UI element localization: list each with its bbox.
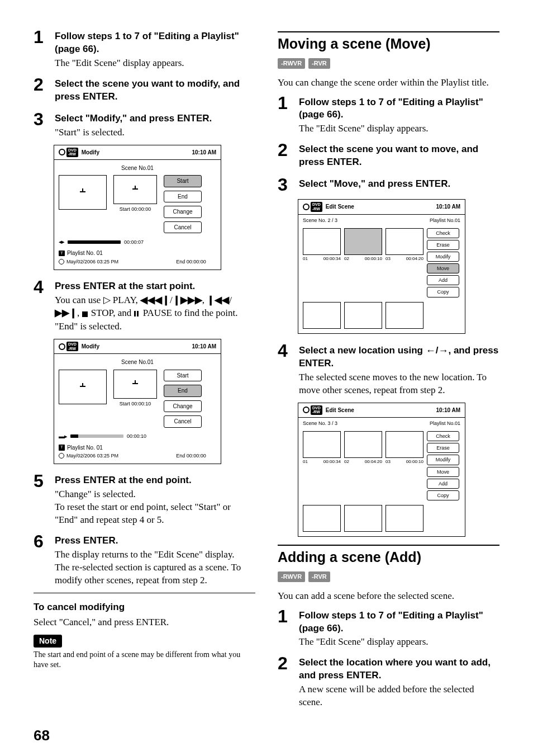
move-button[interactable]: Move <box>427 263 459 273</box>
scene-thumb-empty[interactable] <box>344 505 382 532</box>
end-caption: End 00:00:00 <box>176 452 206 459</box>
modify-button[interactable]: Modify <box>427 252 459 262</box>
disc-icon: DVD-RW <box>303 202 322 211</box>
check-button[interactable]: Check <box>427 228 459 238</box>
step-number: 4 <box>34 278 48 333</box>
add-button[interactable]: Add <box>427 479 459 489</box>
clock-icon <box>59 259 64 264</box>
end-button[interactable]: End <box>164 385 202 397</box>
end-button[interactable]: End <box>164 191 202 203</box>
scene-thumb[interactable] <box>386 228 423 255</box>
check-button[interactable]: Check <box>427 431 459 441</box>
panel-title: Modify <box>82 343 99 351</box>
cancel-heading: To cancel modifying <box>34 601 255 614</box>
page-number: 68 <box>34 726 499 745</box>
scene-thumb-empty[interactable] <box>303 302 341 329</box>
step-number: 3 <box>34 110 48 139</box>
playlist-label: Playlist No.01 <box>430 420 460 427</box>
add-button[interactable]: Add <box>427 275 459 285</box>
erase-button[interactable]: Erase <box>427 443 459 453</box>
move-step-3: 3 Select "Move," and press ENTER. <box>278 176 499 193</box>
scene-label: Scene No.01 <box>59 358 216 366</box>
modify-panel-b: DVD-RW Modify 10:10 AM Scene No.01 Start… <box>54 339 221 464</box>
edit-scene-panel-d: DVD-RW Edit Scene 10:10 AM Scene No. 3 /… <box>298 403 465 537</box>
scene-thumb-empty[interactable] <box>386 505 423 532</box>
edit-scene-panel-c: DVD-RW Edit Scene 10:10 AM Scene No. 2 /… <box>298 199 465 333</box>
scene-thumb-empty[interactable] <box>386 302 423 329</box>
change-button[interactable]: Change <box>164 206 202 218</box>
scene-thumb[interactable] <box>344 431 382 458</box>
cancel-button[interactable]: Cancel <box>164 221 202 234</box>
disc-badge: -RVR <box>308 571 330 582</box>
playlist-name: Playlist No. 01 <box>67 249 103 257</box>
scene-count: Scene No. 2 / 3 <box>303 217 337 224</box>
copy-button[interactable]: Copy <box>427 490 459 500</box>
disc-icon: DVD-RW <box>59 148 78 157</box>
title-chip: T <box>59 445 65 451</box>
playlist-name: Playlist No. 01 <box>67 444 103 452</box>
playlist-label: Playlist No.01 <box>430 217 460 224</box>
pause-icon <box>134 308 139 320</box>
step-desc: "Change" is selected. To reset the start… <box>55 488 255 527</box>
slider-icon: ▬▸ <box>59 432 67 441</box>
start-button[interactable]: Start <box>164 175 202 187</box>
start-button[interactable]: Start <box>164 370 202 382</box>
change-button[interactable]: Change <box>164 400 202 413</box>
scene-thumb[interactable] <box>303 431 341 458</box>
end-caption: End 00:00:00 <box>176 258 206 265</box>
playlist-date: May/02/2006 03:25 PM <box>66 258 118 265</box>
disc-badge: -RWVR <box>278 58 305 69</box>
step-6: 6 Press ENTER. The display returns to th… <box>34 532 255 587</box>
panel-title: Edit Scene <box>326 203 354 211</box>
panel-time: 10:10 AM <box>436 203 460 211</box>
stop-icon <box>82 311 88 317</box>
panel-title: Modify <box>82 149 99 157</box>
left-column: 1 Follow steps 1 to 7 of "Editing a Play… <box>34 28 255 715</box>
erase-button[interactable]: Erase <box>427 240 459 250</box>
step-5: 5 Press ENTER at the end point. "Change"… <box>34 472 255 527</box>
slider-time: 00:00:07 <box>124 239 144 245</box>
panel-time: 10:10 AM <box>192 343 216 351</box>
section-rule <box>278 545 499 546</box>
scene-thumb-empty[interactable] <box>344 302 382 329</box>
move-button[interactable]: Move <box>427 467 459 477</box>
disc-badge: -RVR <box>308 58 330 69</box>
modify-panel-a: DVD-RW Modify 10:10 AM Scene No.01 Start… <box>54 145 221 270</box>
right-arrow-icon: → <box>438 345 448 356</box>
scene-thumb-empty[interactable] <box>303 505 341 532</box>
step-title: Press ENTER at the start point. <box>55 280 255 293</box>
cancel-button[interactable]: Cancel <box>164 415 202 428</box>
prev-icon: ❙◀◀ <box>207 295 229 305</box>
disc-badge: -RWVR <box>278 571 305 582</box>
scene-thumb-selected[interactable] <box>344 228 382 255</box>
panel-time: 10:10 AM <box>436 407 460 414</box>
rev-scan-icon: ◀◀◀❙ <box>140 295 170 305</box>
note-label: Note <box>34 635 62 648</box>
step-desc-2: "End" is selected. <box>55 320 255 333</box>
cancel-desc: Select "Cancel," and press ENTER. <box>34 616 255 629</box>
step-title: Select "Modify," and press ENTER. <box>55 112 255 125</box>
step-number: 2 <box>34 75 48 105</box>
modify-button[interactable]: Modify <box>427 455 459 465</box>
scene-thumb[interactable] <box>386 431 423 458</box>
copy-button[interactable]: Copy <box>427 287 459 297</box>
move-step-4: 4 Select a new location using ←/→, and p… <box>278 342 499 397</box>
step-title: Press ENTER. <box>55 535 255 547</box>
playlist-date: May/02/2006 03:25 PM <box>66 452 118 459</box>
section-rule <box>278 31 499 32</box>
step-desc: You can use ▷ PLAY, ◀◀◀❙/❙▶▶▶, ❙◀◀/▶▶❙, … <box>55 294 255 320</box>
slider-time: 00:00:10 <box>127 433 146 440</box>
slider-track[interactable] <box>68 240 121 244</box>
next-icon: ▶▶❙ <box>55 308 77 318</box>
right-column: Moving a scene (Move) -RWVR -RVR You can… <box>278 28 499 715</box>
scene-thumb[interactable] <box>303 228 341 255</box>
add-step-1: 1 Follow steps 1 to 7 of "Editing a Play… <box>278 607 499 649</box>
start-thumb <box>113 370 157 399</box>
add-intro: You can add a scene before the selected … <box>278 590 499 603</box>
step-desc: The "Edit Scene" display appears. <box>55 57 255 70</box>
start-caption: Start 00:00:00 <box>120 206 151 212</box>
fwd-scan-icon: ❙▶▶▶ <box>173 295 202 305</box>
slider-track[interactable] <box>70 434 123 438</box>
start-thumb <box>113 175 157 204</box>
step-title: Press ENTER at the end point. <box>55 474 255 487</box>
